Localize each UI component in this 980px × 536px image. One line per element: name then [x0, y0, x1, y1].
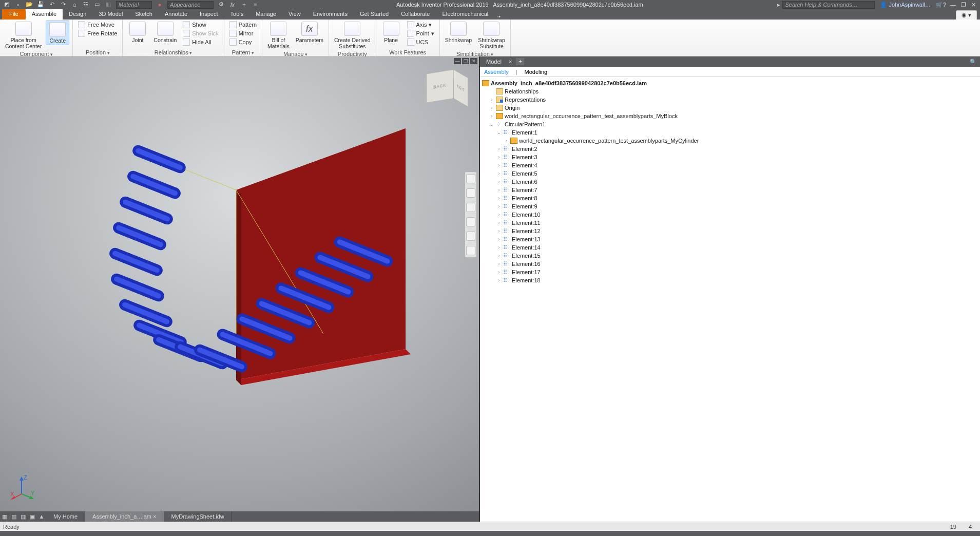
bom-button[interactable]: Bill of Materials: [265, 21, 292, 50]
nav-orbit-icon[interactable]: [466, 232, 475, 241]
qat-app-options-icon[interactable]: ⚙: [218, 1, 225, 8]
nav-fullnav-icon[interactable]: [466, 188, 475, 198]
qat-material-dropdown[interactable]: Material: [116, 1, 152, 9]
expand-icon[interactable]: ›: [496, 163, 502, 168]
tree-cylinder-part[interactable]: world_rectangular_occurrence_pattern_tes…: [519, 138, 699, 144]
tree-circular-pattern[interactable]: CircularPattern1: [505, 121, 545, 127]
browser-subtab-assembly[interactable]: Assembly: [484, 69, 509, 75]
file-tab[interactable]: File: [2, 9, 26, 20]
tree-element[interactable]: Element:9: [512, 203, 537, 209]
doctab-drawing[interactable]: MyDrawingSheet.idw: [164, 511, 232, 522]
tree-element[interactable]: Element:14: [512, 244, 541, 251]
expand-icon[interactable]: ›: [496, 212, 502, 217]
qat-plus-icon[interactable]: ＋: [240, 1, 247, 8]
tree-element[interactable]: Element:15: [512, 253, 541, 259]
plane-button[interactable]: Plane: [379, 21, 403, 44]
browser-tab-model[interactable]: Model: [483, 59, 505, 65]
qat-material-swatch-icon[interactable]: ◧: [105, 1, 112, 8]
doctab-active[interactable]: Assembly_inch_a…iam ×: [85, 511, 164, 522]
expand-icon[interactable]: ›: [496, 237, 502, 242]
hide-all-button[interactable]: Hide All: [181, 38, 220, 46]
expand-icon[interactable]: ›: [496, 245, 502, 250]
nav-zoom-icon[interactable]: [466, 217, 475, 226]
viewcube[interactable]: TOP RIGHT BACK: [434, 73, 461, 107]
expand-icon[interactable]: ›: [496, 204, 502, 209]
expand-icon[interactable]: ›: [496, 270, 502, 275]
search-chevron-icon[interactable]: ▸: [777, 2, 782, 8]
shrinkwrap-button[interactable]: Shrinkwrap: [443, 21, 474, 44]
tab-view[interactable]: View: [282, 9, 307, 20]
doctab-grid4-icon[interactable]: ▣: [28, 512, 37, 521]
tab-environments[interactable]: Environments: [307, 9, 354, 20]
point-button[interactable]: Point ▾: [405, 29, 436, 37]
expand-icon[interactable]: ›: [496, 171, 502, 176]
expand-icon[interactable]: ›: [496, 228, 502, 234]
create-derived-substitutes-button[interactable]: Create Derived Substitutes: [332, 21, 373, 50]
doctab-close-icon[interactable]: ×: [153, 513, 156, 520]
app-icon[interactable]: ◩: [3, 1, 10, 8]
doctab-grid3-icon[interactable]: ▥: [18, 512, 28, 521]
tab-tools[interactable]: Tools: [224, 9, 250, 20]
tree-element[interactable]: Element:18: [512, 277, 541, 283]
nav-lookat-icon[interactable]: [466, 246, 475, 255]
app-store-icon[interactable]: 🛒: [936, 2, 943, 8]
axis-button[interactable]: Axis ▾: [405, 21, 436, 29]
qat-undo-icon[interactable]: ↶: [48, 1, 55, 8]
restore-window-icon[interactable]: ❐: [961, 2, 966, 8]
tab-manage[interactable]: Manage: [249, 9, 282, 20]
tree-element[interactable]: Element:11: [512, 220, 541, 226]
constrain-button[interactable]: Constrain: [151, 21, 179, 44]
place-from-content-center-button[interactable]: Place from Content Center: [3, 21, 44, 50]
browser-search-icon[interactable]: 🔍: [970, 59, 977, 65]
qat-team-icon[interactable]: ☷: [82, 1, 89, 8]
viewcube-front[interactable]: BACK: [426, 69, 453, 103]
panel-pattern-title[interactable]: Pattern: [232, 49, 254, 55]
tab-annotate[interactable]: Annotate: [159, 9, 194, 20]
tab-3dmodel[interactable]: 3D Model: [92, 9, 129, 20]
qat-redo-icon[interactable]: ↷: [60, 1, 67, 8]
tree-element[interactable]: Element:5: [512, 170, 537, 177]
browser-subtab-modeling[interactable]: Modeling: [525, 69, 548, 75]
show-constraints-button[interactable]: Show: [181, 21, 220, 29]
joint-button[interactable]: Joint: [126, 21, 149, 44]
close-window-icon[interactable]: ✕: [971, 2, 976, 8]
tree-element[interactable]: Element:12: [512, 228, 541, 234]
appearance-override-dropdown[interactable]: ◉ ▾: [962, 12, 971, 18]
nav-pan-icon[interactable]: [466, 203, 475, 212]
copy-button[interactable]: Copy: [227, 38, 259, 46]
expand-icon[interactable]: ›: [496, 179, 502, 184]
expand-icon[interactable]: ›: [489, 113, 494, 119]
expand-icon[interactable]: ›: [496, 278, 502, 283]
tab-inspect[interactable]: Inspect: [194, 9, 224, 20]
tab-design[interactable]: Design: [63, 9, 92, 20]
qat-home-icon[interactable]: ⌂: [71, 1, 78, 8]
browser-tab-close-icon[interactable]: ×: [509, 59, 512, 65]
tab-sketch[interactable]: Sketch: [129, 9, 159, 20]
expand-icon[interactable]: ›: [496, 196, 502, 201]
qat-appearance-swatch-icon[interactable]: ●: [156, 1, 163, 8]
tree-relationships[interactable]: Relationships: [505, 88, 539, 94]
tree-element[interactable]: Element:3: [512, 154, 537, 160]
tree-origin[interactable]: Origin: [505, 105, 520, 111]
collapse-icon[interactable]: ⌄: [489, 122, 494, 127]
graphics-viewport[interactable]: — ❐ ✕ TOP RIGHT BACK: [0, 56, 480, 522]
qat-save-icon[interactable]: 💾: [37, 1, 44, 8]
mirror-button[interactable]: Mirror: [227, 29, 259, 37]
free-rotate-button[interactable]: Free Rotate: [76, 29, 119, 37]
tree-element[interactable]: Element:2: [512, 146, 537, 152]
expand-icon[interactable]: ›: [489, 97, 494, 102]
qat-appearance-dropdown[interactable]: Appearance: [167, 1, 214, 9]
show-sick-button[interactable]: Show Sick: [181, 29, 220, 37]
free-move-button[interactable]: Free Move: [76, 21, 119, 29]
pattern-button[interactable]: Pattern: [227, 21, 259, 29]
user-account[interactable]: 👤 JohnAspinwall…: [875, 2, 935, 8]
qat-select-icon[interactable]: ▭: [93, 1, 101, 8]
tree-element[interactable]: Element:13: [512, 236, 541, 242]
tree-element[interactable]: Element:16: [512, 261, 541, 267]
tree-element[interactable]: Element:4: [512, 162, 537, 168]
tree-representations[interactable]: Representations: [505, 97, 546, 103]
doctab-grid2-icon[interactable]: ▤: [9, 512, 18, 521]
doctab-home[interactable]: My Home: [46, 511, 85, 522]
tab-electromechanical[interactable]: Electromechanical: [436, 9, 494, 20]
expand-icon[interactable]: ›: [504, 138, 509, 143]
